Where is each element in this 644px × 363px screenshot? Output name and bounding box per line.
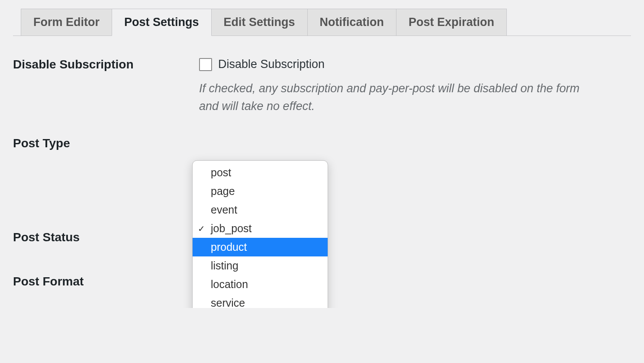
tab-edit-settings[interactable]: Edit Settings — [211, 9, 308, 36]
post-type-dropdown[interactable]: postpageevent✓job_postproductlistingloca… — [192, 160, 328, 308]
tab-form-editor[interactable]: Form Editor — [21, 9, 112, 36]
label-post-format: Post Format — [13, 275, 199, 288]
dropdown-option-job_post[interactable]: ✓job_post — [193, 219, 328, 238]
dropdown-option-location[interactable]: location — [193, 275, 328, 294]
dropdown-option-label: page — [211, 185, 235, 197]
label-disable-subscription: Disable Subscription — [13, 58, 199, 71]
help-text-disable-subscription: If checked, any subscription and pay-per… — [199, 80, 597, 115]
label-post-status: Post Status — [13, 230, 199, 244]
dropdown-option-listing[interactable]: listing — [193, 256, 328, 275]
check-icon: ✓ — [198, 223, 205, 235]
label-post-type: Post Type — [13, 136, 199, 150]
tab-post-expiration[interactable]: Post Expiration — [396, 9, 507, 36]
dropdown-option-label: service — [211, 297, 245, 308]
control-disable-subscription: Disable Subscription If checked, any sub… — [199, 58, 631, 115]
dropdown-option-label: listing — [211, 259, 238, 272]
dropdown-option-label: job_post — [211, 222, 252, 234]
dropdown-option-label: event — [211, 204, 237, 216]
checkbox-label: Disable Subscription — [218, 58, 325, 71]
dropdown-option-service[interactable]: service — [193, 294, 328, 308]
dropdown-option-event[interactable]: event — [193, 201, 328, 219]
disable-subscription-checkbox[interactable] — [199, 58, 212, 71]
dropdown-option-label: post — [211, 166, 231, 178]
row-post-type: Post Type — [13, 136, 631, 150]
row-disable-subscription: Disable Subscription Disable Subscriptio… — [13, 58, 631, 115]
settings-form: Disable Subscription Disable Subscriptio… — [0, 36, 644, 308]
dropdown-option-label: location — [211, 278, 248, 290]
dropdown-option-label: product — [211, 241, 247, 253]
tab-post-settings[interactable]: Post Settings — [112, 9, 212, 36]
tab-bar: Form Editor Post Settings Edit Settings … — [13, 9, 631, 36]
tab-notification[interactable]: Notification — [307, 9, 397, 36]
dropdown-option-post[interactable]: post — [193, 163, 328, 182]
dropdown-option-page[interactable]: page — [193, 182, 328, 201]
dropdown-option-product[interactable]: product — [193, 238, 328, 256]
checkbox-wrap: Disable Subscription — [199, 58, 631, 71]
